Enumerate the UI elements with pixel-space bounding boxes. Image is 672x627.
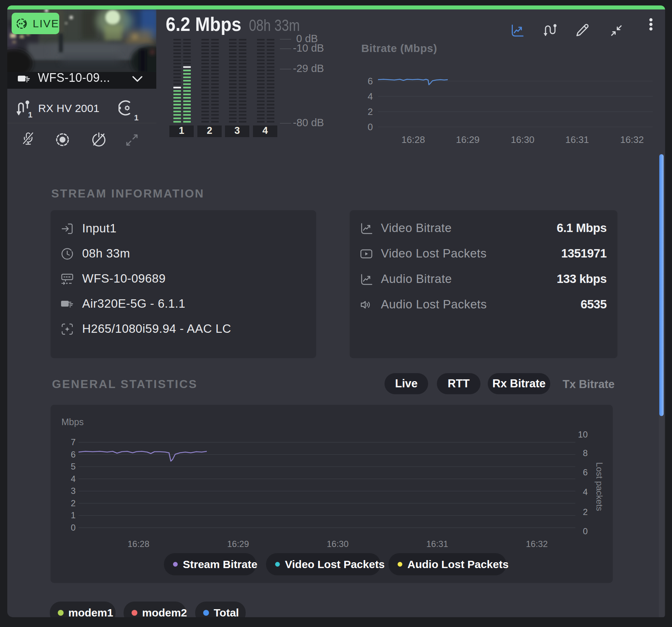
svg-text:1: 1	[134, 113, 138, 122]
svg-text:2: 2	[71, 498, 76, 508]
svg-text:10: 10	[578, 430, 588, 439]
svg-text:16:29: 16:29	[456, 134, 479, 145]
svg-text:16:31: 16:31	[565, 134, 589, 145]
svg-text:2: 2	[368, 106, 373, 117]
svg-text:16:29: 16:29	[227, 539, 249, 549]
svg-text:Lost packets: Lost packets	[595, 462, 604, 511]
svg-text:7: 7	[71, 437, 76, 447]
svg-text:0: 0	[368, 121, 373, 132]
svg-text:0: 0	[583, 526, 588, 536]
svg-text:16:32: 16:32	[526, 539, 548, 549]
svg-text:6: 6	[583, 467, 588, 477]
svg-text:16:32: 16:32	[620, 134, 644, 145]
svg-text:2: 2	[583, 507, 588, 517]
svg-text:0: 0	[71, 523, 76, 532]
svg-text:16:28: 16:28	[401, 134, 425, 145]
svg-text:8: 8	[583, 448, 588, 458]
svg-text:16:31: 16:31	[426, 539, 448, 549]
svg-text:4: 4	[71, 474, 76, 484]
svg-text:5: 5	[71, 462, 76, 471]
svg-text:6: 6	[71, 450, 76, 459]
svg-text:1: 1	[71, 510, 76, 520]
svg-text:1: 1	[179, 125, 184, 136]
svg-text:1: 1	[28, 110, 32, 118]
svg-text:16:30: 16:30	[327, 539, 349, 549]
svg-text:4: 4	[368, 91, 373, 102]
svg-text:4: 4	[262, 125, 268, 136]
svg-text:4: 4	[583, 487, 588, 497]
svg-text:3: 3	[71, 486, 76, 496]
svg-text:6: 6	[368, 76, 373, 87]
svg-text:2: 2	[207, 125, 212, 136]
svg-text:16:28: 16:28	[128, 539, 149, 549]
svg-text:3: 3	[234, 125, 240, 136]
svg-text:16:30: 16:30	[511, 134, 534, 145]
